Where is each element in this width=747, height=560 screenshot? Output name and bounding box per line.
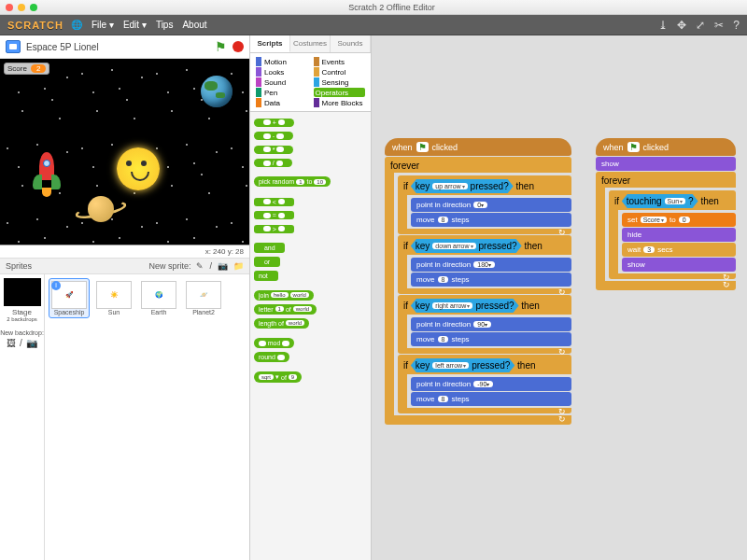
shrink-icon[interactable]: ✂ — [714, 19, 724, 32]
op-join[interactable]: joinhelloworld — [254, 290, 314, 301]
tab-costumes[interactable]: Costumes — [290, 35, 331, 52]
block-forever-2[interactable]: forever — [596, 172, 736, 188]
tab-sounds[interactable]: Sounds — [331, 35, 371, 52]
menu-edit[interactable]: Edit ▾ — [123, 20, 147, 30]
menu-file[interactable]: File ▾ — [92, 20, 114, 30]
op-not[interactable]: not — [254, 271, 278, 281]
stage-planet2[interactable] — [75, 192, 127, 226]
stage-earth[interactable] — [201, 76, 233, 107]
stage-sun[interactable] — [117, 147, 160, 190]
hat-when-flag-2[interactable]: when⚑clicked — [596, 138, 736, 156]
op-round[interactable]: round — [254, 352, 289, 362]
block-if-down[interactable]: if keydown arrowpressed? then — [398, 235, 571, 255]
block-forever-1[interactable]: forever — [385, 157, 571, 173]
block-show-2[interactable]: show — [622, 258, 736, 272]
block-move-left[interactable]: move8steps — [411, 392, 571, 406]
op-letter[interactable]: letter1ofworld — [254, 304, 317, 315]
cat-pen[interactable]: Pen — [256, 88, 308, 97]
stop-icon[interactable] — [233, 41, 244, 52]
sprite-planet2[interactable]: 🪐Planet2 — [183, 278, 224, 318]
grow-icon[interactable]: ⤢ — [696, 19, 705, 32]
block-point-180[interactable]: point in direction180 — [411, 258, 571, 272]
backdrop-paint-icon[interactable]: / — [20, 338, 22, 348]
sprite-from-file-icon[interactable]: 📁 — [233, 261, 244, 271]
block-set-score[interactable]: setScoreto0 — [622, 213, 736, 227]
forever-end-1[interactable] — [385, 415, 571, 425]
tab-scripts[interactable]: Scripts — [250, 35, 290, 52]
cat-more[interactable]: More Blocks — [314, 98, 366, 107]
stage[interactable]: Score 2 — [0, 59, 249, 245]
op-add[interactable]: + — [254, 119, 294, 127]
script-movement[interactable]: when⚑clicked forever if keyup arrowpress… — [385, 138, 571, 425]
op-mul[interactable]: * — [254, 146, 293, 154]
cat-data[interactable]: Data — [256, 98, 308, 107]
maximize-icon[interactable] — [30, 4, 37, 11]
backdrop-library-icon[interactable]: 🖼 — [7, 338, 16, 348]
block-point-0[interactable]: point in direction0 — [411, 198, 571, 212]
script-collision[interactable]: when⚑clicked show forever if touchingSun… — [596, 138, 736, 290]
block-wait[interactable]: wait3secs — [622, 243, 736, 257]
cat-events[interactable]: Events — [314, 57, 366, 66]
cat-control[interactable]: Control — [314, 67, 366, 77]
menu-lang[interactable]: 🌐 — [71, 20, 82, 30]
block-point-90[interactable]: point in direction90 — [411, 317, 571, 331]
block-if-left[interactable]: if keyleft arrowpressed? then — [398, 355, 571, 374]
scripts-area[interactable]: when⚑clicked forever if keyup arrowpress… — [372, 35, 747, 560]
sprite-info-icon[interactable]: i — [51, 281, 61, 290]
stage-spaceship[interactable] — [33, 152, 61, 194]
op-length[interactable]: length ofworld — [254, 318, 309, 329]
block-move-right[interactable]: move8steps — [411, 332, 571, 346]
scratch-logo[interactable]: SCRATCH — [7, 20, 63, 31]
minimize-icon[interactable] — [18, 4, 25, 11]
close-icon[interactable] — [6, 4, 13, 11]
sensing-key-left[interactable]: keyleft arrowpressed? — [411, 358, 515, 372]
op-random[interactable]: pick random1to10 — [254, 176, 331, 187]
block-move-down[interactable]: move8steps — [411, 273, 571, 287]
op-mod[interactable]: mod — [254, 338, 294, 348]
sprite-sun[interactable]: ☀️Sun — [93, 278, 134, 318]
block-if-touch[interactable]: if touchingSun? then — [609, 190, 736, 210]
project-title[interactable]: Espace 5P Lionel — [26, 42, 99, 52]
menu-about[interactable]: About — [182, 20, 206, 30]
stage-thumbnail[interactable] — [4, 278, 41, 306]
cat-motion[interactable]: Motion — [256, 57, 308, 66]
sensing-key-up[interactable]: keyup arrowpressed? — [411, 179, 514, 193]
op-mathop[interactable]: sqrt▾of9 — [254, 371, 302, 383]
block-hide[interactable]: hide — [622, 228, 736, 242]
cat-sound[interactable]: Sound — [256, 77, 308, 87]
duplicate-icon[interactable]: ⤓ — [658, 19, 668, 32]
delete-icon[interactable]: ✥ — [677, 19, 686, 32]
op-sub[interactable]: - — [254, 132, 293, 140]
menu-tips[interactable]: Tips — [156, 20, 174, 30]
op-and[interactable]: and — [254, 243, 285, 253]
op-div[interactable]: / — [254, 159, 292, 167]
op-lt[interactable]: < — [254, 198, 294, 206]
paint-sprite-icon[interactable]: / — [209, 261, 212, 271]
help-icon[interactable]: ? — [733, 19, 740, 32]
backdrop-camera-icon[interactable]: 📷 — [26, 338, 37, 348]
cat-looks[interactable]: Looks — [256, 67, 308, 77]
sensing-key-down[interactable]: keydown arrowpressed? — [411, 239, 522, 253]
cat-operators[interactable]: Operators — [314, 88, 366, 97]
forever-end-2[interactable] — [596, 281, 736, 290]
block-move-up[interactable]: move8steps — [411, 213, 571, 227]
op-or[interactable]: or — [254, 257, 280, 267]
block-if-right[interactable]: if keyright arrowpressed? then — [398, 295, 571, 315]
sprite-spaceship[interactable]: i 🚀Spaceship — [49, 278, 90, 318]
block-show-1[interactable]: show — [596, 157, 736, 171]
block-point-m90[interactable]: point in direction-90 — [411, 377, 571, 391]
sprite-from-camera-icon[interactable]: 📷 — [218, 261, 228, 271]
op-eq[interactable]: = — [254, 211, 294, 219]
sprite-from-library-icon[interactable]: ✎ — [196, 261, 204, 271]
block-if-up[interactable]: if keyup arrowpressed? then — [398, 175, 571, 195]
green-flag-icon[interactable]: ⚑ — [215, 39, 227, 54]
stage-selector[interactable]: Stage 2 backdrops New backdrop: 🖼 / 📷 — [0, 274, 45, 560]
hat-when-flag-1[interactable]: when⚑clicked — [385, 138, 571, 156]
cat-sensing[interactable]: Sensing — [314, 77, 366, 87]
score-monitor[interactable]: Score 2 — [4, 63, 49, 75]
fullscreen-icon[interactable] — [6, 40, 21, 53]
sensing-key-right[interactable]: keyright arrowpressed? — [411, 299, 519, 313]
op-gt[interactable]: > — [254, 225, 294, 233]
sprite-earth[interactable]: 🌍Earth — [138, 278, 179, 318]
sensing-touching[interactable]: touchingSun? — [622, 194, 698, 208]
